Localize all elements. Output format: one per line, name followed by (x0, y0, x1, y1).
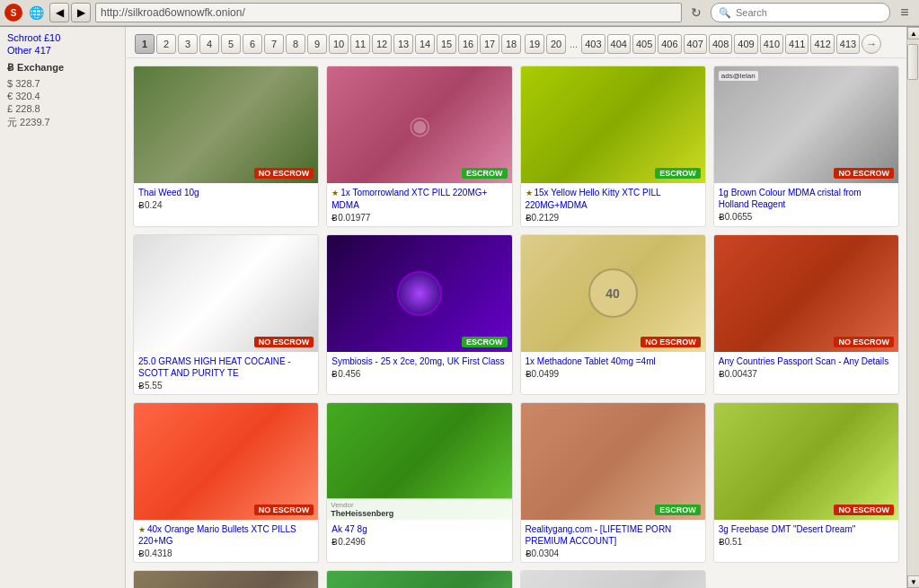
product-image-dmt: NO ESCROW (714, 403, 898, 520)
product-info-xtc: ★1x Tomorrowland XTC PILL 220MG+ MDMA Ƀ0… (327, 183, 511, 226)
address-bar[interactable]: http://silkroad6ownowfk.onion/ (95, 3, 682, 22)
page-btn-15[interactable]: 15 (437, 34, 456, 54)
page-btn-18[interactable]: 18 (501, 34, 521, 54)
page-btn-406[interactable]: 406 (658, 34, 681, 54)
scroll-up-arrow[interactable]: ▲ (907, 27, 919, 39)
forward-button[interactable]: ▶ (71, 3, 91, 22)
product-price: Ƀ0.2496 (331, 537, 507, 547)
product-title: Symbiosis - 25 x 2ce, 20mg, UK First Cla… (331, 355, 507, 367)
page-btn-2[interactable]: 2 (156, 34, 176, 54)
page-btn-409[interactable]: 409 (734, 34, 757, 54)
page-btn-1[interactable]: 1 (135, 34, 155, 54)
product-card-cocaine[interactable]: NO ESCROW 25.0 GRAMS HIGH HEAT COCAINE -… (133, 234, 319, 395)
product-info-passport: Any Countries Passport Scan - Any Detail… (714, 352, 898, 382)
page-btn-408[interactable]: 408 (709, 34, 732, 54)
product-image-mdma: ads@lelan NO ESCROW (714, 66, 898, 183)
product-image-bottom2 (327, 571, 511, 588)
back-button[interactable]: ◀ (49, 3, 69, 22)
page-btn-407[interactable]: 407 (684, 34, 707, 54)
product-card-dmt[interactable]: NO ESCROW 3g Freebase DMT "Desert Dream"… (713, 402, 899, 564)
page-btn-20[interactable]: 20 (546, 34, 566, 54)
product-price: Ƀ0.0304 (526, 549, 701, 558)
refresh-button[interactable]: ↻ (686, 3, 706, 22)
badge-escrow: ESCROW (655, 168, 701, 179)
sidebar: Schroot £10 Other 417 Ƀ Exchange $ 328.7… (0, 27, 126, 588)
page-btn-5[interactable]: 5 (221, 34, 241, 54)
sidebar-link-other[interactable]: Other 417 (7, 45, 51, 56)
product-info-thai-weed: Thai Weed 10g Ƀ0.24 (134, 183, 318, 214)
main-area: Schroot £10 Other 417 Ƀ Exchange $ 328.7… (0, 27, 919, 588)
page-btn-411[interactable]: 411 (785, 34, 809, 54)
exchange-cny: 元 2239.7 (7, 115, 118, 130)
product-title: Thai Weed 10g (138, 187, 314, 198)
scroll-down-arrow[interactable]: ▼ (907, 575, 919, 588)
product-image-xtc: ◉ ESCROW (327, 66, 511, 183)
product-image-passport: NO ESCROW (714, 235, 898, 352)
scroll-thumb[interactable] (907, 44, 918, 80)
page-btn-10[interactable]: 10 (329, 34, 349, 54)
pagination: 1 2 3 4 5 6 7 8 9 10 11 12 13 14 15 16 1… (126, 27, 906, 58)
product-title: ★15x Yellow Hello Kitty XTC PILL 220MG+M… (526, 187, 701, 211)
browser-chrome: S 🌐 ◀ ▶ http://silkroad6ownowfk.onion/ ↻… (0, 0, 919, 27)
product-card-bottom2[interactable] (326, 570, 512, 588)
star-icon: ★ (331, 189, 339, 197)
page-btn-9[interactable]: 9 (307, 34, 327, 54)
product-info-mario: ★40x Orange Mario Bullets XTC PILLS 220+… (134, 520, 318, 563)
product-image-bottom3 (521, 571, 705, 588)
exchange-eur: € 320.4 (7, 90, 118, 102)
product-image-bottom1 (134, 571, 318, 588)
badge-noescrow: NO ESCROW (834, 505, 894, 515)
badge-escrow: ESCROW (655, 505, 701, 515)
product-card-xtc-pink[interactable]: ◉ ESCROW ★1x Tomorrowland XTC PILL 220MG… (326, 66, 512, 227)
exchange-usd: $ 328.7 (7, 77, 118, 90)
product-title: Ak 47 8g (331, 523, 507, 535)
page-btn-13[interactable]: 13 (393, 34, 413, 54)
product-title: ★40x Orange Mario Bullets XTC PILLS 220+… (138, 523, 314, 548)
product-image-methadone: 40 NO ESCROW (521, 235, 705, 352)
page-btn-3[interactable]: 3 (178, 34, 198, 54)
product-card-bottom1[interactable] (133, 570, 319, 588)
page-btn-410[interactable]: 410 (760, 34, 783, 54)
badge-escrow: ESCROW (462, 337, 508, 347)
product-card-thai-weed[interactable]: NO ESCROW Thai Weed 10g Ƀ0.24 (133, 66, 319, 227)
product-card-methadone[interactable]: 40 NO ESCROW 1x Methadone Tablet 40mg =4… (520, 234, 706, 395)
page-btn-403[interactable]: 403 (581, 34, 605, 54)
product-card-passport[interactable]: NO ESCROW Any Countries Passport Scan - … (713, 234, 899, 395)
scroll-track[interactable] (907, 39, 919, 575)
product-card-bottom3[interactable] (520, 570, 706, 588)
page-btn-12[interactable]: 12 (372, 34, 392, 54)
product-info-yellow: ★15x Yellow Hello Kitty XTC PILL 220MG+M… (521, 183, 705, 226)
product-card-realitygang[interactable]: ESCROW Realitygang.com - [LIFETIME PORN … (520, 402, 706, 564)
product-price: Ƀ0.0499 (526, 369, 701, 379)
product-info-symbiosis: Symbiosis - 25 x 2ce, 20mg, UK First Cla… (327, 352, 511, 382)
page-btn-16[interactable]: 16 (458, 34, 478, 54)
page-btn-4[interactable]: 4 (199, 34, 219, 54)
sidebar-item-schroot[interactable]: Schroot £10 (7, 31, 118, 44)
vendor-name: TheHeissenberg (331, 509, 508, 518)
page-btn-8[interactable]: 8 (286, 34, 305, 54)
sidebar-item-other[interactable]: Other 417 (7, 44, 118, 57)
page-btn-6[interactable]: 6 (243, 34, 262, 54)
search-input[interactable] (736, 7, 879, 18)
badge-noescrow: NO ESCROW (254, 168, 314, 179)
page-btn-404[interactable]: 404 (607, 34, 631, 54)
page-btn-412[interactable]: 412 (810, 34, 834, 54)
page-btn-7[interactable]: 7 (264, 34, 284, 54)
menu-button[interactable]: ≡ (895, 3, 915, 22)
product-card-yellow-pills[interactable]: ESCROW ★15x Yellow Hello Kitty XTC PILL … (520, 66, 706, 227)
page-next-button[interactable]: → (862, 34, 881, 54)
page-btn-405[interactable]: 405 (632, 34, 656, 54)
page-btn-17[interactable]: 17 (480, 34, 499, 54)
page-btn-14[interactable]: 14 (415, 34, 435, 54)
page-btn-413[interactable]: 413 (836, 34, 860, 54)
product-image-ak47: Vendor TheHeissenberg (327, 403, 511, 520)
page-btn-11[interactable]: 11 (350, 34, 370, 54)
product-card-symbiosis[interactable]: ESCROW Symbiosis - 25 x 2ce, 20mg, UK Fi… (326, 234, 512, 395)
product-card-mdma[interactable]: ads@lelan NO ESCROW 1g Brown Colour MDMA… (713, 66, 899, 227)
product-info-ak47: Ak 47 8g Ƀ0.2496 (327, 520, 511, 550)
badge-noescrow: NO ESCROW (641, 337, 701, 347)
page-btn-19[interactable]: 19 (525, 34, 544, 54)
product-card-ak47[interactable]: Vendor TheHeissenberg Ak 47 8g Ƀ0.2496 (326, 402, 512, 564)
sidebar-link-schroot[interactable]: Schroot £10 (7, 32, 60, 43)
product-card-mario[interactable]: NO ESCROW ★40x Orange Mario Bullets XTC … (133, 402, 319, 564)
